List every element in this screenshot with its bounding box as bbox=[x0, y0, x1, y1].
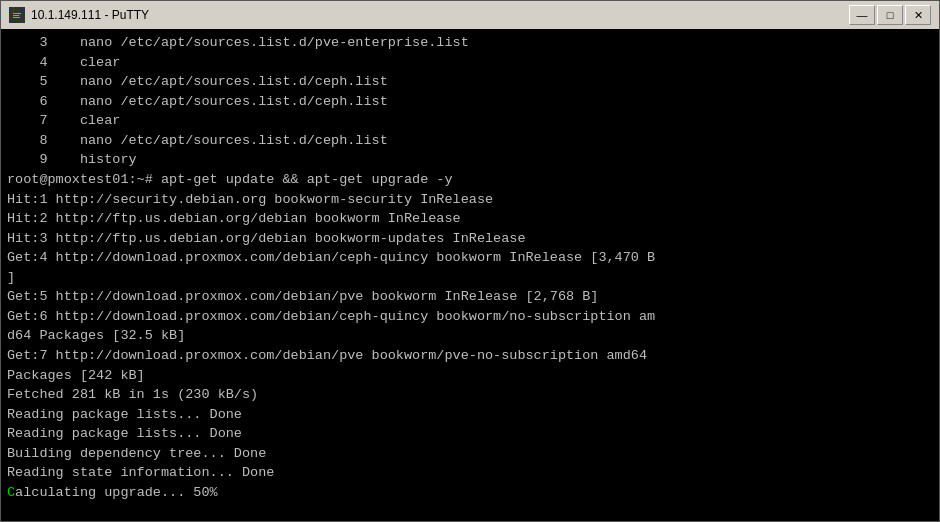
terminal-area[interactable]: 3 nano /etc/apt/sources.list.d/pve-enter… bbox=[1, 29, 939, 521]
terminal-line: ] bbox=[7, 268, 933, 288]
terminal-line: Reading package lists... Done bbox=[7, 424, 933, 444]
terminal-line: 7 clear bbox=[7, 111, 933, 131]
terminal-line: 6 nano /etc/apt/sources.list.d/ceph.list bbox=[7, 92, 933, 112]
terminal-line: Building dependency tree... Done bbox=[7, 444, 933, 464]
terminal-line: Hit:1 http://security.debian.org bookwor… bbox=[7, 190, 933, 210]
svg-rect-3 bbox=[13, 17, 20, 18]
minimize-button[interactable]: — bbox=[849, 5, 875, 25]
terminal-prompt: root@pmoxtest01:~# apt-get update && apt… bbox=[7, 170, 933, 190]
terminal-line: Get:7 http://download.proxmox.com/debian… bbox=[7, 346, 933, 366]
titlebar-left: 10.1.149.111 - PuTTY bbox=[9, 7, 149, 23]
terminal-line: Get:6 http://download.proxmox.com/debian… bbox=[7, 307, 933, 327]
terminal-line: 4 clear bbox=[7, 53, 933, 73]
window-title: 10.1.149.111 - PuTTY bbox=[31, 8, 149, 22]
terminal-line: d64 Packages [32.5 kB] bbox=[7, 326, 933, 346]
svg-rect-2 bbox=[13, 15, 19, 16]
terminal-line: Reading package lists... Done bbox=[7, 405, 933, 425]
terminal-line: Hit:3 http://ftp.us.debian.org/debian bo… bbox=[7, 229, 933, 249]
putty-icon bbox=[9, 7, 25, 23]
terminal-line: 9 history bbox=[7, 150, 933, 170]
terminal-line: Packages [242 kB] bbox=[7, 366, 933, 386]
terminal-line: Reading state information... Done bbox=[7, 463, 933, 483]
svg-rect-1 bbox=[13, 13, 21, 14]
titlebar: 10.1.149.111 - PuTTY — □ ✕ bbox=[1, 1, 939, 29]
titlebar-controls: — □ ✕ bbox=[849, 5, 931, 25]
terminal-line: Get:5 http://download.proxmox.com/debian… bbox=[7, 287, 933, 307]
terminal-line: 5 nano /etc/apt/sources.list.d/ceph.list bbox=[7, 72, 933, 92]
close-button[interactable]: ✕ bbox=[905, 5, 931, 25]
terminal-line: Get:4 http://download.proxmox.com/debian… bbox=[7, 248, 933, 268]
terminal-line: 3 nano /etc/apt/sources.list.d/pve-enter… bbox=[7, 33, 933, 53]
terminal-line: 8 nano /etc/apt/sources.list.d/ceph.list bbox=[7, 131, 933, 151]
terminal-line: Fetched 281 kB in 1s (230 kB/s) bbox=[7, 385, 933, 405]
maximize-button[interactable]: □ bbox=[877, 5, 903, 25]
terminal-cursor-line: Calculating upgrade... 50% bbox=[7, 483, 933, 503]
terminal-line: Hit:2 http://ftp.us.debian.org/debian bo… bbox=[7, 209, 933, 229]
cursor-block: C bbox=[7, 485, 15, 500]
putty-window: 10.1.149.111 - PuTTY — □ ✕ 3 nano /etc/a… bbox=[0, 0, 940, 522]
